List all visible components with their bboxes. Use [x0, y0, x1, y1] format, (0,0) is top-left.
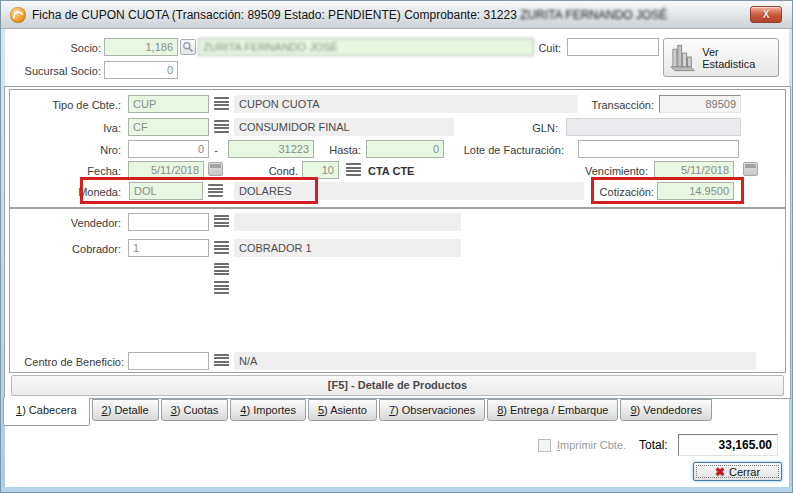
cond-field[interactable]: 10: [302, 161, 339, 179]
tab-cuotas[interactable]: 3) Cuotas: [161, 399, 229, 421]
imprimir-rest: mprimir Cbte.: [560, 439, 626, 451]
cond-lookup-menu-icon[interactable]: [346, 163, 361, 176]
tab-label: ) Cuotas: [177, 404, 219, 416]
moneda-description: DOLARES: [234, 182, 584, 200]
transaccion-label: Transacción:: [556, 96, 654, 114]
centro-beneficio-description: N/A: [234, 352, 756, 370]
tab-observaciones[interactable]: 7) Observaciones: [379, 399, 485, 421]
fecha-calendar-icon[interactable]: [208, 162, 223, 176]
nro-field[interactable]: 0: [128, 140, 209, 158]
close-button[interactable]: X: [750, 6, 782, 23]
cobrador-description: COBRADOR 1: [234, 239, 461, 257]
extra-lookup-menu-icon-2[interactable]: [214, 281, 229, 294]
tab-label: ) Observaciones: [395, 404, 475, 416]
close-icon: X: [763, 9, 770, 20]
ver-estadistica-button[interactable]: Ver Estadistica: [663, 38, 779, 77]
tipo-cbte-lookup-menu-icon[interactable]: [214, 97, 229, 110]
search-icon: [182, 41, 194, 53]
title-bar: Ficha de CUPON CUOTA (Transacción: 89509…: [1, 1, 793, 29]
tab-detalle[interactable]: 2) Detalle: [92, 399, 159, 421]
tipo-cbte-description: CUPON CUOTA: [234, 95, 578, 113]
app-icon: [10, 7, 26, 23]
tab-cabecera[interactable]: 1) Cabecera: [3, 398, 90, 426]
gln-field: [566, 118, 741, 136]
vendedor-label: Vendedor:: [21, 214, 121, 232]
vendedor-lookup-menu-icon[interactable]: [214, 215, 229, 228]
nro-comprobante-field[interactable]: 31223: [228, 140, 314, 158]
vencimiento-calendar-icon[interactable]: [743, 162, 758, 176]
extra-lookup-menu-icon-1[interactable]: [214, 263, 229, 276]
iva-lookup-menu-icon[interactable]: [214, 120, 229, 133]
imprimir-cbte-checkbox[interactable]: [538, 439, 551, 452]
tab-label: ) Importes: [246, 404, 296, 416]
nro-label: Nro:: [21, 141, 121, 159]
vencimiento-label: Vencimiento:: [546, 162, 648, 180]
transaccion-field: 89509: [659, 95, 741, 113]
gln-label: GLN:: [494, 119, 558, 137]
socio-search-button[interactable]: [180, 39, 196, 55]
tab-strip: 1) Cabecera 2) Detalle 3) Cuotas 4) Impo…: [3, 399, 712, 426]
window-frame-bottom: [1, 487, 793, 493]
cotizacion-field[interactable]: 14.9500: [657, 182, 734, 200]
tab-vendedores[interactable]: 9) Vendedores: [620, 399, 712, 421]
tab-label: ) Cabecera: [22, 404, 76, 416]
cobrador-field[interactable]: 1: [128, 239, 209, 257]
tab-label: ) Detalle: [108, 404, 149, 416]
centro-beneficio-label: Centro de Beneficio:: [21, 353, 124, 371]
moneda-lookup-menu-icon[interactable]: [208, 184, 223, 197]
tab-asiento[interactable]: 5) Asiento: [308, 399, 377, 421]
socio-name-field[interactable]: ZURITA FERNANDO JOSÉ: [198, 38, 534, 56]
tab-importes[interactable]: 4) Importes: [230, 399, 306, 421]
fecha-field[interactable]: 5/11/2018: [128, 161, 204, 179]
window-title-redacted-name: ZURITA FERNANDO JOSÉ: [520, 8, 667, 22]
cuit-field[interactable]: [567, 38, 659, 56]
vencimiento-field[interactable]: 5/11/2018: [654, 161, 734, 179]
window-title: Ficha de CUPON CUOTA (Transacción: 89509…: [32, 8, 667, 22]
cond-label: Cond.: [246, 162, 298, 180]
nro-separator: -: [212, 141, 220, 159]
tab-entrega-embarque[interactable]: 8) Entrega / Embarque: [487, 399, 618, 421]
iva-description: CONSUMIDOR FINAL: [234, 118, 454, 136]
window-title-text: Ficha de CUPON CUOTA (Transacción: 89509…: [32, 8, 520, 22]
tipo-cbte-label: Tipo de Cbte.:: [21, 96, 121, 114]
ver-estadistica-label: Ver Estadistica: [702, 46, 773, 70]
cerrar-button[interactable]: ✖ Cerrar: [693, 462, 782, 481]
moneda-label: Moneda:: [28, 183, 121, 201]
imprimir-cbte-label: Imprimir Cbte.: [557, 437, 626, 453]
sucursal-socio-field[interactable]: 0: [104, 61, 178, 79]
dialog-window: Ficha de CUPON CUOTA (Transacción: 89509…: [0, 0, 793, 493]
centro-beneficio-lookup-menu-icon[interactable]: [214, 354, 229, 367]
socio-field[interactable]: 1,186: [104, 38, 178, 56]
hasta-label: Hasta:: [319, 141, 361, 159]
lote-facturacion-label: Lote de Facturación:: [456, 141, 564, 159]
total-field[interactable]: 33,165.00: [678, 434, 778, 456]
tab-label: ) Entrega / Embarque: [503, 404, 608, 416]
fecha-label: Fecha:: [28, 162, 121, 180]
detalle-productos-banner[interactable]: [F5] - Detalle de Productos: [11, 375, 784, 396]
lote-facturacion-field[interactable]: [578, 140, 739, 158]
cuit-label: Cuit:: [501, 39, 561, 57]
bar-chart-icon: [669, 43, 696, 73]
cobrador-lookup-menu-icon[interactable]: [214, 241, 229, 254]
tab-label: ) Vendedores: [637, 404, 702, 416]
cobrador-label: Cobrador:: [21, 240, 121, 258]
focus-rect: [696, 465, 779, 478]
total-label: Total:: [639, 438, 668, 452]
iva-label: Iva:: [21, 119, 121, 137]
cond-description: CTA CTE: [368, 162, 414, 180]
moneda-field[interactable]: DOL: [129, 182, 203, 200]
vendedor-description: [234, 213, 461, 231]
tipo-cbte-field[interactable]: CUP: [128, 95, 209, 113]
tab-label: ) Asiento: [324, 404, 367, 416]
detail-groupbox: [9, 208, 786, 373]
sucursal-socio-label: Sucursal Socio:: [1, 62, 101, 80]
iva-field[interactable]: CF: [128, 118, 209, 136]
cotizacion-label: Cotización:: [599, 183, 654, 201]
socio-label: Socio:: [21, 39, 101, 57]
centro-beneficio-field[interactable]: [128, 352, 209, 370]
hasta-field[interactable]: 0: [366, 140, 444, 158]
vendedor-field[interactable]: [128, 213, 209, 231]
